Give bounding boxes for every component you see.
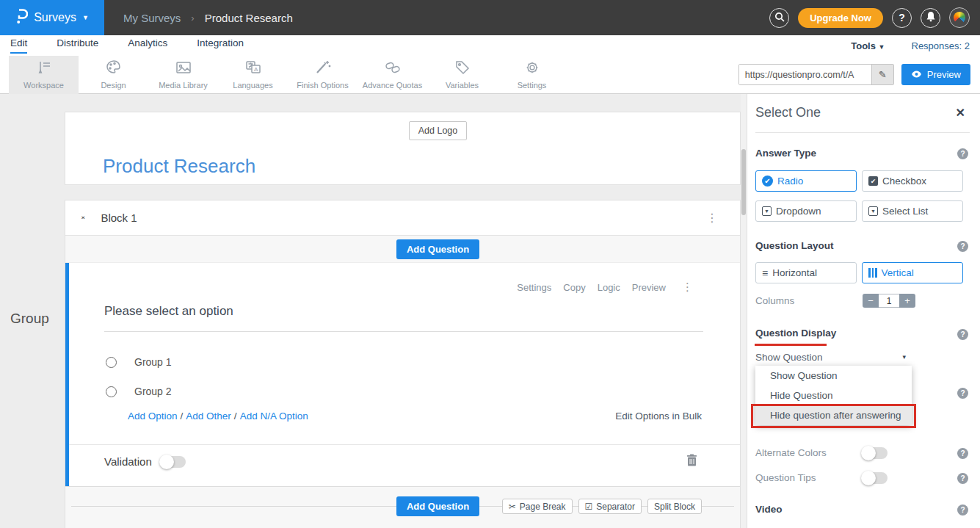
media-library-icon [175,59,192,79]
menu-item-hide-question[interactable]: Hide Question [755,386,912,405]
answer-type-help-icon[interactable]: ? [957,148,968,159]
answer-type-label: Checkbox [882,176,926,187]
toolbar-item-workspace[interactable]: Workspace [9,56,79,94]
notifications-button[interactable] [921,8,940,28]
question-mark-icon: ? [899,12,905,23]
responses-count[interactable]: Responses: 2 [912,40,970,51]
add-logo-button[interactable]: Add Logo [409,121,468,140]
menu-item-hide-after-answering[interactable]: Hide question after answering [755,405,912,425]
canvas-scrollbar-thumb[interactable] [741,149,746,215]
answer-type-checkbox-button[interactable]: ✔ Checkbox [862,170,963,192]
tab-analytics[interactable]: Analytics [128,37,167,54]
breadcrumb-current-survey: Product Research [205,12,293,24]
question-tips-help-icon[interactable]: ? [957,473,968,484]
canvas-scrollbar-track[interactable] [741,94,747,528]
block-footer-buttons: ✂Page Break ☑Separator Split Block [502,499,702,514]
toolbar-item-languages[interactable]: A Languages [218,56,288,94]
question-actions: Settings Copy Logic Preview ⋮ [517,281,693,294]
group-sidebar-label: Group [10,311,49,327]
question-display-select[interactable]: Show Question ▾ [755,350,912,364]
menu-item-show-question[interactable]: Show Question [755,366,912,386]
search-icon [774,12,785,24]
question-menu-icon[interactable]: ⋮ [682,281,693,294]
surveys-app-menu[interactable]: Surveys ▼ [0,0,104,35]
chevron-down-icon: ▼ [879,43,885,51]
video-help-icon[interactable]: ? [957,505,968,516]
answer-type-label: Radio [777,176,803,187]
question-layout-help-icon[interactable]: ? [957,241,968,252]
answer-type-dropdown-button[interactable]: ▼ Dropdown [755,200,857,222]
separator-button[interactable]: ☑Separator [578,499,642,514]
question-preview-link[interactable]: Preview [632,282,666,293]
add-option-link[interactable]: Add Option [128,411,178,422]
help-button[interactable]: ? [892,8,912,28]
answer-type-radio-button[interactable]: ✔ Radio [755,170,857,192]
option-label[interactable]: Group 2 [134,386,172,397]
radio-option-icon[interactable] [106,386,117,397]
select-list-box-icon: ▼ [868,206,878,216]
validation-label: Validation [104,455,152,468]
radio-option-icon[interactable] [106,357,117,368]
survey-title[interactable]: Product Research [103,155,255,178]
survey-url-input[interactable] [739,65,871,84]
tab-edit[interactable]: Edit [10,37,27,54]
option-label[interactable]: Group 1 [134,356,172,368]
question-copy-link[interactable]: Copy [563,282,585,293]
tab-distribute[interactable]: Distribute [57,37,98,54]
bell-icon [926,11,936,24]
page-break-button[interactable]: ✂Page Break [502,499,573,514]
toolbar-item-settings[interactable]: Settings [497,56,567,94]
close-panel-icon[interactable]: ✕ [956,106,965,120]
question-display-help-icon[interactable]: ? [957,329,968,340]
question-title[interactable]: Please select an option [104,304,233,319]
add-question-button-top[interactable]: Add Question [396,239,479,259]
account-avatar[interactable] [949,7,970,28]
answer-option-row: Group 2 [106,386,172,397]
toolbar-item-advance-quotas[interactable]: Advance Quotas [357,56,427,94]
add-other-link[interactable]: Add Other [186,411,231,422]
columns-value[interactable]: 1 [879,294,899,308]
question-settings-link[interactable]: Settings [517,282,551,293]
add-na-option-link[interactable]: Add N/A Option [240,411,308,422]
preview-button[interactable]: Preview [901,64,970,85]
alternate-colors-help-icon[interactable]: ? [957,448,968,459]
panel-divider [755,132,970,133]
split-block-button[interactable]: Split Block [647,499,702,514]
search-button[interactable] [769,8,789,28]
collapse-block-icon[interactable]: ⌄⌃ [80,214,86,223]
toolbar-item-media-library[interactable]: Media Library [148,56,218,94]
block-title[interactable]: Block 1 [101,211,137,224]
alternate-colors-toggle[interactable] [863,447,888,459]
tab-integration[interactable]: Integration [197,37,244,54]
toolbar-item-design[interactable]: Design [79,56,148,94]
layout-vertical-button[interactable]: Vertical [862,262,963,283]
delete-question-icon[interactable] [686,454,697,469]
toolbar-item-label: Design [101,81,126,90]
toolbar-item-variables[interactable]: Variables [427,56,497,94]
checkbox-icon: ✔ [868,176,878,186]
validation-toggle[interactable] [161,456,186,468]
split-block-label: Split Block [654,502,695,512]
breadcrumb-my-surveys[interactable]: My Surveys [123,12,181,24]
tools-menu[interactable]: Tools ▼ [851,40,885,51]
answer-type-select-list-button[interactable]: ▼ Select List [862,200,963,222]
edit-url-button[interactable]: ✎ [871,65,893,84]
checkbox-icon: ☑ [585,502,593,512]
hidden-setting-help-icon[interactable]: ? [957,388,968,399]
layout-horizontal-button[interactable]: ≡ Horizontal [755,262,857,283]
survey-block-card: ⌄⌃ Block 1 ⋮ Add Question Settings Copy … [65,200,741,528]
red-underline-annotation [755,344,827,346]
edit-options-bulk-link[interactable]: Edit Options in Bulk [615,411,702,422]
question-logic-link[interactable]: Logic [598,282,620,293]
question-tips-toggle[interactable] [863,472,888,484]
columns-increment-button[interactable]: + [899,294,915,308]
tabs: Edit Distribute Analytics Integration [10,37,244,54]
toolbar-item-label: Workspace [23,81,64,90]
toolbar-right: ✎ Preview [738,64,980,85]
columns-decrement-button[interactable]: − [863,294,879,308]
upgrade-now-button[interactable]: Upgrade Now [798,8,883,28]
block-menu-icon[interactable]: ⋮ [706,211,718,225]
add-question-button-bottom[interactable]: Add Question [396,496,479,516]
toolbar-item-finish-options[interactable]: Finish Options [288,56,357,94]
languages-icon: A [244,59,262,79]
